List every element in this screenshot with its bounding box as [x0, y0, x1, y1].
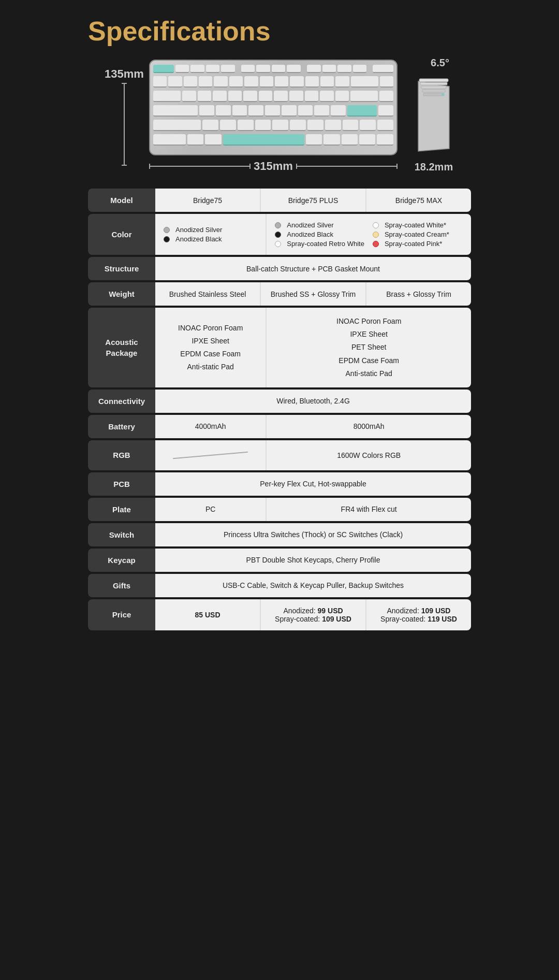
weight-col2: Brushed SS + Glossy Trim	[260, 282, 365, 306]
battery-row: Battery 4000mAh 8000mAh	[88, 415, 471, 438]
acoustic-label: Acoustic Package	[88, 308, 155, 387]
thickness-label: 18.2mm	[415, 161, 453, 173]
model-row: Model Bridge75 Bridge75 PLUS Bridge75 MA…	[88, 189, 471, 212]
connectivity-row: Connectivity Wired, Bluetooth, 2.4G	[88, 390, 471, 413]
svg-rect-5	[422, 90, 445, 92]
weight-col3: Brass + Glossy Trim	[365, 282, 471, 306]
rgb-label: RGB	[88, 440, 155, 470]
model-col2: Bridge75 PLUS	[260, 189, 365, 212]
pcb-value: Per-key Flex Cut, Hot-swappable	[155, 472, 471, 496]
color-label: Color	[88, 214, 155, 255]
rgb-col1	[155, 440, 266, 470]
weight-row: Weight Brushed Stainless Steel Brushed S…	[88, 282, 471, 306]
acoustic-col23: INOAC Poron FoamIPXE SheetPET SheetEPDM …	[266, 308, 471, 387]
color-col23: Anodized Silver Spray-coated White* Anod…	[266, 214, 471, 255]
acoustic-col1: INOAC Poron FoamIPXE SheetEPDM Case Foam…	[155, 308, 266, 387]
svg-rect-2	[419, 79, 448, 82]
angle-label: 6.5°	[431, 57, 449, 69]
plate-col1: PC	[155, 498, 266, 521]
svg-rect-6	[423, 93, 444, 96]
battery-col1: 4000mAh	[155, 415, 266, 438]
gifts-row: Gifts USB-C Cable, Switch & Keycap Pulle…	[88, 574, 471, 597]
keycap-label: Keycap	[88, 549, 155, 572]
keyboard-diagram: 135mm	[88, 57, 471, 173]
svg-rect-3	[420, 82, 447, 85]
model-col3: Bridge75 MAX	[365, 189, 471, 212]
model-col1: Bridge75	[155, 189, 260, 212]
height-line	[124, 83, 125, 166]
connectivity-label: Connectivity	[88, 390, 155, 413]
pcb-label: PCB	[88, 472, 155, 496]
rgb-col23: 1600W Colors RGB	[266, 440, 471, 470]
side-profile-section: 6.5° 18.2mm	[413, 57, 454, 173]
page-title: Specifications	[88, 16, 471, 47]
keyboard-image	[149, 60, 398, 155]
keyboard-main: 135mm	[105, 60, 398, 173]
svg-rect-4	[421, 86, 446, 89]
pcb-row: PCB Per-key Flex Cut, Hot-swappable	[88, 472, 471, 496]
weight-col1: Brushed Stainless Steel	[155, 282, 260, 306]
battery-col23: 8000mAh	[266, 415, 471, 438]
side-profile	[413, 71, 454, 159]
switch-row: Switch Princess Ultra Switches (Thock) o…	[88, 523, 471, 546]
price-col3: Anodized: 109 USDSpray-coated: 119 USD	[365, 599, 471, 630]
width-label: 315mm	[149, 160, 398, 173]
connectivity-value: Wired, Bluetooth, 2.4G	[155, 390, 471, 413]
acoustic-row: Acoustic Package INOAC Poron FoamIPXE Sh…	[88, 308, 471, 387]
rgb-none-indicator	[164, 448, 257, 463]
switch-label: Switch	[88, 523, 155, 546]
specs-table: Model Bridge75 Bridge75 PLUS Bridge75 MA…	[88, 189, 471, 630]
color-col1: Anodized Silver Anodized Black	[155, 214, 266, 255]
price-col1: 85 USD	[155, 599, 260, 630]
plate-label: Plate	[88, 498, 155, 521]
keycap-value: PBT Double Shot Keycaps, Cherry Profile	[155, 549, 471, 572]
switch-value: Princess Ultra Switches (Thock) or SC Sw…	[155, 523, 471, 546]
weight-label: Weight	[88, 282, 155, 306]
price-row: Price 85 USD Anodized: 99 USDSpray-coate…	[88, 599, 471, 630]
height-label: 135mm	[105, 67, 144, 166]
svg-rect-7	[442, 93, 444, 96]
keycap-row: Keycap PBT Double Shot Keycaps, Cherry P…	[88, 549, 471, 572]
price-col2: Anodized: 99 USDSpray-coated: 109 USD	[260, 599, 365, 630]
plate-col23: FR4 with Flex cut	[266, 498, 471, 521]
plate-row: Plate PC FR4 with Flex cut	[88, 498, 471, 521]
battery-label: Battery	[88, 415, 155, 438]
structure-label: Structure	[88, 257, 155, 280]
color-row: Color Anodized Silver Anodized Black Ano…	[88, 214, 471, 255]
model-label: Model	[88, 189, 155, 212]
gifts-value: USB-C Cable, Switch & Keycap Puller, Bac…	[155, 574, 471, 597]
structure-value: Ball-catch Structure + PCB Gasket Mount	[155, 257, 471, 280]
price-label: Price	[88, 599, 155, 630]
structure-row: Structure Ball-catch Structure + PCB Gas…	[88, 257, 471, 280]
rgb-row: RGB 1600W Colors RGB	[88, 440, 471, 470]
gifts-label: Gifts	[88, 574, 155, 597]
